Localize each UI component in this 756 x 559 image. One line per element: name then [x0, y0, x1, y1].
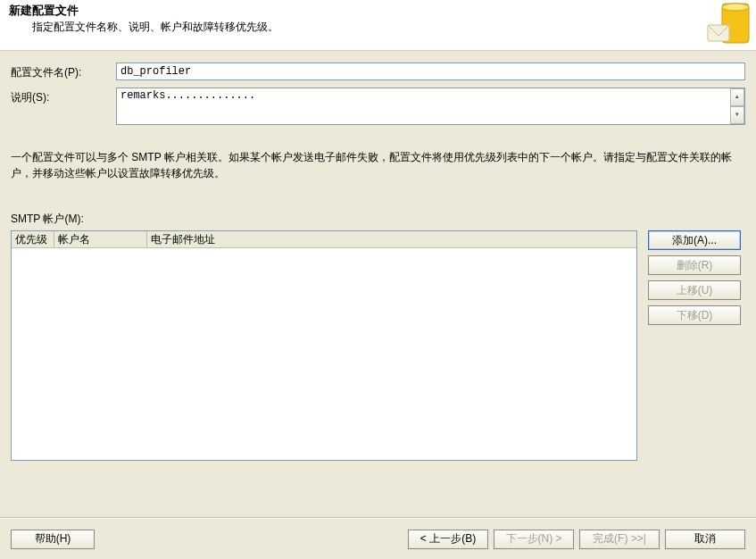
remove-button: 删除(R): [648, 255, 741, 275]
table-header: 优先级 帐户名 电子邮件地址: [12, 231, 636, 248]
help-button[interactable]: 帮助(H): [11, 530, 95, 549]
description-label: 说明(S):: [11, 88, 116, 105]
profile-name-input[interactable]: [116, 63, 745, 80]
move-down-button: 下移(D): [648, 305, 741, 325]
description-textarea[interactable]: [116, 88, 745, 125]
cancel-button[interactable]: 取消: [665, 530, 745, 549]
svg-point-1: [722, 4, 749, 11]
col-account-name[interactable]: 帐户名: [54, 231, 147, 247]
header: 新建配置文件 指定配置文件名称、说明、帐户和故障转移优先级。: [0, 0, 756, 51]
back-button[interactable]: < 上一步(B): [408, 530, 488, 549]
spin-down-button[interactable]: ▾: [730, 106, 744, 124]
next-button: 下一步(N) >: [494, 530, 574, 549]
side-buttons: 添加(A)... 删除(R) 上移(U) 下移(D): [648, 230, 741, 325]
page-title: 新建配置文件: [9, 3, 79, 19]
col-priority[interactable]: 优先级: [12, 231, 54, 247]
page-subtitle: 指定配置文件名称、说明、帐户和故障转移优先级。: [32, 20, 278, 35]
body-area: 配置文件名(P): 说明(S): ▴ ▾ 一个配置文件可以与多个 SMTP 帐户…: [0, 50, 756, 518]
profile-name-label: 配置文件名(P):: [11, 63, 116, 80]
header-icon: [704, 0, 756, 50]
spin-up-button[interactable]: ▴: [730, 88, 744, 106]
finish-button: 完成(F) >>|: [579, 530, 660, 549]
footer: 帮助(H) < 上一步(B) 下一步(N) > 完成(F) >>| 取消: [0, 518, 756, 559]
smtp-accounts-label: SMTP 帐户(M):: [11, 212, 745, 227]
svg-rect-2: [708, 25, 729, 41]
wizard-page: 新建配置文件 指定配置文件名称、说明、帐户和故障转移优先级。 配置文件名(P):…: [0, 0, 756, 559]
add-button[interactable]: 添加(A)...: [648, 230, 741, 250]
move-up-button: 上移(U): [648, 280, 741, 300]
smtp-accounts-table[interactable]: 优先级 帐户名 电子邮件地址: [11, 230, 637, 461]
info-text: 一个配置文件可以与多个 SMTP 帐户相关联。如果某个帐户发送电子邮件失败，配置…: [11, 149, 745, 181]
col-email[interactable]: 电子邮件地址: [147, 231, 636, 247]
